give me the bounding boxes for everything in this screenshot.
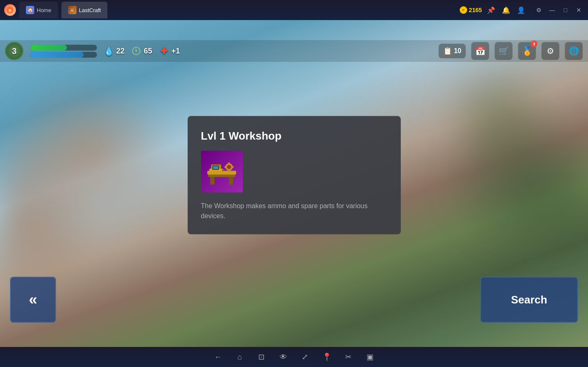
game-hud: 3 💧 22 65 ✚ +1 [0, 40, 588, 62]
water-icon: 💧 [104, 46, 114, 56]
calendar-button[interactable]: 📅 [471, 42, 489, 60]
svg-rect-13 [224, 166, 227, 168]
back-label: « [29, 291, 37, 308]
home-nav-button[interactable]: ⌂ [233, 350, 247, 364]
tab-home[interactable]: 🏠 Home [19, 2, 58, 18]
health-value: +1 [171, 47, 180, 56]
workshop-image-container [201, 151, 243, 193]
exp-bar-container [30, 52, 97, 58]
health-stat: ✚ +1 [159, 46, 180, 56]
top-bar: B 🏠 Home ⚔ LastCraft P 2165 📌 🔔 👤 ⚙ — □ … [0, 0, 588, 20]
location-button[interactable]: 📍 [320, 350, 333, 364]
eye-button[interactable]: 👁 [277, 350, 290, 364]
back-button[interactable]: « [10, 277, 56, 323]
tab-lastcraft-label: LastCraft [79, 7, 101, 13]
health-bar-container [30, 45, 97, 51]
tab-lastcraft[interactable]: ⚔ LastCraft [61, 2, 108, 18]
achievements-badge: 3 [531, 41, 537, 47]
coin-icon: P [460, 6, 467, 14]
lastcraft-tab-icon: ⚔ [68, 6, 76, 14]
workshop-modal: Lvl 1 Workshop [188, 116, 401, 234]
svg-point-10 [227, 165, 231, 169]
game-settings-button[interactable]: ⚙ [541, 42, 560, 60]
svg-rect-11 [228, 163, 230, 165]
energy-icon [131, 46, 141, 56]
svg-rect-14 [231, 166, 234, 168]
tab-home-label: Home [37, 7, 51, 13]
svg-text:B: B [9, 8, 12, 13]
notification-button[interactable]: 🔔 [500, 4, 512, 16]
search-button[interactable]: Search [480, 277, 578, 323]
shop-button[interactable]: 🛒 [494, 42, 513, 60]
coin-amount: 2165 [469, 7, 482, 13]
water-value: 22 [116, 47, 125, 56]
search-label: Search [511, 293, 547, 306]
settings-button[interactable]: ⚙ [534, 5, 544, 15]
energy-stat: 65 [131, 46, 152, 56]
svg-rect-12 [228, 169, 230, 172]
svg-rect-17 [222, 170, 224, 171]
screen-button[interactable]: ▣ [364, 350, 377, 364]
scissors-button[interactable]: ✂ [342, 350, 355, 364]
level-value: 3 [12, 46, 16, 56]
resize-button[interactable]: ⤢ [298, 350, 312, 364]
level-badge: 3 [5, 42, 23, 60]
svg-rect-5 [229, 177, 233, 185]
globe-button[interactable]: 🌐 [565, 42, 583, 60]
bluestacks-logo: B [4, 4, 16, 16]
water-stat: 💧 22 [104, 46, 125, 56]
tasks-button[interactable]: 📋 10 [438, 43, 466, 59]
progress-bars [30, 45, 97, 58]
exp-bar-fill [30, 52, 84, 58]
svg-rect-16 [213, 166, 218, 169]
hud-right-controls: 📋 10 📅 🛒 🏅 3 ⚙ 🌐 [438, 42, 583, 60]
close-button[interactable]: ✕ [574, 5, 584, 15]
workshop-description: The Workshop makes ammo and spare parts … [201, 201, 387, 221]
tasks-value: 10 [454, 47, 461, 55]
energy-value: 65 [144, 47, 152, 56]
coin-display: P 2165 [460, 6, 482, 14]
restore-button[interactable]: □ [560, 5, 570, 15]
minimize-button[interactable]: — [547, 5, 557, 15]
workshop-image [206, 157, 237, 186]
svg-rect-4 [210, 177, 214, 185]
workshop-title: Lvl 1 Workshop [201, 130, 387, 143]
pin-button[interactable]: 📌 [485, 4, 497, 16]
home-tab-icon: 🏠 [26, 6, 34, 14]
achievements-button[interactable]: 🏅 3 [518, 42, 536, 60]
window-controls: ⚙ — □ ✕ [534, 5, 584, 15]
svg-rect-6 [207, 171, 236, 175]
keyboard-button[interactable]: ⊡ [255, 350, 268, 364]
game-area: 3 💧 22 65 ✚ +1 [0, 20, 588, 347]
profile-button[interactable]: 👤 [515, 4, 527, 16]
bottom-bar: ← ⌂ ⊡ 👁 ⤢ 📍 ✂ ▣ [0, 347, 588, 367]
back-nav-button[interactable]: ← [211, 350, 225, 364]
health-bar-fill [30, 45, 67, 51]
health-icon: ✚ [159, 46, 169, 56]
